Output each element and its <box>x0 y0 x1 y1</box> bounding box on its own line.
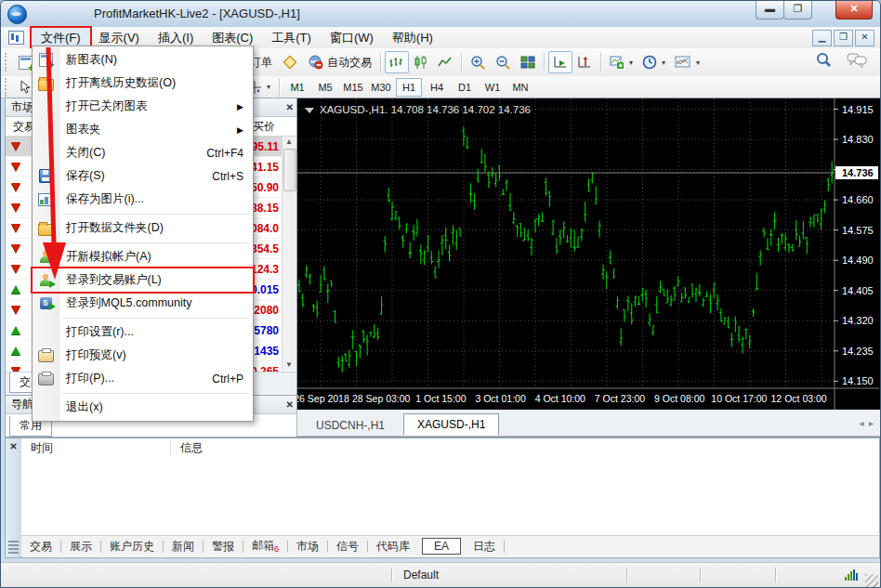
zoom-out-button[interactable] <box>491 51 516 73</box>
menu-item-label: 打印设置(r)... <box>66 324 134 340</box>
bar-chart-button[interactable] <box>385 51 409 73</box>
terminal-tab-9[interactable]: 代码库 <box>368 538 418 555</box>
terminal-tab-10[interactable]: EA <box>422 538 461 555</box>
status-bar: Default <box>1 562 880 587</box>
file-menu-item-2[interactable]: 打开离线历史数据(O) <box>33 72 253 95</box>
menu-item-5[interactable]: 工具(T) <box>262 28 321 48</box>
market-watch-scrollbar[interactable]: ▲ ▼ <box>282 137 296 371</box>
bar-chart-icon <box>389 55 404 70</box>
cursor-arrow-icon <box>19 80 32 94</box>
svg-text:4 Oct 10:00: 4 Oct 10:00 <box>535 393 585 404</box>
chart-shift-button[interactable] <box>572 51 597 73</box>
terminal-tab-8[interactable]: 信号 <box>328 538 367 555</box>
timeframe-d1[interactable]: D1 <box>452 78 478 97</box>
terminal-tab-2[interactable]: 展示 <box>61 538 100 555</box>
menu-item-7[interactable]: 帮助(H) <box>383 28 442 48</box>
toolbar-grip[interactable] <box>5 78 10 97</box>
file-menu-item-5[interactable]: 关闭(C)Ctrl+F4 <box>33 141 253 164</box>
file-menu-item-1[interactable]: +新图表(N) <box>33 48 253 72</box>
timeframe-h1[interactable]: H1 <box>396 78 422 97</box>
file-menu-item-19[interactable]: 退出(x) <box>33 396 253 419</box>
timeframe-w1[interactable]: W1 <box>480 78 506 97</box>
terminal-tab-11[interactable]: 日志 <box>465 538 504 555</box>
scroll-up-icon[interactable]: ▲ <box>283 137 295 148</box>
clock-icon <box>642 55 657 70</box>
file-menu-item-15[interactable]: 打印设置(r)... <box>33 320 253 344</box>
terminal-tab-6[interactable]: 邮箱6 <box>243 537 287 555</box>
auto-scroll-button[interactable] <box>548 51 572 73</box>
search-button[interactable] <box>815 52 832 72</box>
tick-down-icon <box>11 244 20 253</box>
terminal-close-icon[interactable]: ✕ <box>6 441 21 451</box>
scroll-down-icon[interactable]: ▼ <box>283 359 295 371</box>
terminal-tab-7[interactable]: 市场 <box>288 538 327 555</box>
history-center-button[interactable] <box>277 51 303 73</box>
file-menu-item-3[interactable]: 打开已关闭图表▶ <box>33 95 253 118</box>
file-menu-item-13[interactable]: 5登录到MQL5.community <box>33 292 253 315</box>
auto-scroll-icon <box>553 55 568 70</box>
chart-window-icon[interactable] <box>8 31 24 45</box>
menu-item-6[interactable]: 窗口(W) <box>321 28 383 48</box>
toolbar-grip[interactable] <box>5 53 10 72</box>
chart-tab-2[interactable]: XAGUSD-,H1 <box>403 413 499 436</box>
menu-item-label: 新图表(N) <box>66 52 117 68</box>
restore-button[interactable]: ❐ <box>783 1 812 20</box>
terminal-grip-icon[interactable] <box>8 541 19 554</box>
mdi-restore-button[interactable]: ❐ <box>834 30 853 46</box>
periods-button[interactable]: ▾ <box>638 51 670 73</box>
chart-tab-1[interactable]: USDCNH-,H1 <box>303 415 398 436</box>
terminal-tab-3[interactable]: 账户历史 <box>101 538 163 555</box>
line-chart-button[interactable] <box>433 51 457 73</box>
file-menu-item-4[interactable]: 图表夹▶ <box>33 118 253 141</box>
file-menu-item-6[interactable]: 保存(S)Ctrl+S <box>33 164 253 188</box>
timeframe-m15[interactable]: M15 <box>340 78 366 97</box>
terminal-tab-bar: 交易展示账户历史新闻警报邮箱6市场信号代码库EA日志 <box>21 535 879 556</box>
timeframe-m5[interactable]: M5 <box>312 78 338 97</box>
mail-badge: 6 <box>274 545 279 555</box>
timeframe-h4[interactable]: H4 <box>424 78 450 97</box>
autotrading-button[interactable]: 自动交易 <box>303 51 376 73</box>
terminal-side-strip: ✕ <box>6 438 22 557</box>
tile-windows-button[interactable] <box>516 51 540 73</box>
zoom-in-button[interactable] <box>466 51 491 73</box>
terminal-column-header[interactable]: 时间 信息 <box>21 438 879 459</box>
price-chart[interactable]: 14.91514.83014.74514.66014.57514.49014.4… <box>297 98 879 435</box>
terminal-tab-5[interactable]: 警报 <box>204 538 243 555</box>
terminal-tab-4[interactable]: 新闻 <box>164 538 203 555</box>
terminal-tab-1[interactable]: 交易 <box>21 538 60 555</box>
terminal-content[interactable] <box>21 458 879 536</box>
menu-item-label: 登录到交易账户(L) <box>66 272 162 288</box>
resize-grip[interactable] <box>865 574 878 587</box>
candlestick-button[interactable] <box>409 51 433 73</box>
zoom-in-icon <box>470 55 486 70</box>
file-menu-item-12[interactable]: 登录到交易账户(L) <box>33 268 253 292</box>
mdi-minimize-button[interactable]: ▁ <box>812 30 832 46</box>
market-watch-close-icon[interactable]: ✕ <box>286 103 294 112</box>
timeframe-m30[interactable]: M30 <box>368 78 394 97</box>
timeframe-m1[interactable]: M1 <box>284 78 310 97</box>
indicators-button[interactable]: ▾ <box>605 51 638 73</box>
file-menu-item-11[interactable]: 开新模拟帐户(A) <box>33 245 253 268</box>
title-bar[interactable]: ProfitMarketHK-Live2 - [XAGUSD-,H1] ▬ ❐ … <box>1 1 880 28</box>
submenu-arrow-icon: ▶ <box>237 125 243 135</box>
templates-button[interactable]: ▾ <box>670 51 704 73</box>
navigator-close-icon[interactable]: ✕ <box>286 400 294 410</box>
chat-button[interactable] <box>847 53 867 72</box>
chart-tab-scroll-icons[interactable]: ◂ ▸ <box>859 418 874 428</box>
mdi-close-button[interactable]: ✕ <box>855 30 874 46</box>
svg-text:14.320: 14.320 <box>842 315 874 326</box>
file-menu-item-7[interactable]: 保存为图片(i)... <box>33 188 253 211</box>
file-menu-item-9[interactable]: 打开数据文件夹(D) <box>33 216 253 240</box>
scrollbar-thumb[interactable] <box>283 149 296 191</box>
minimize-button[interactable]: ▬ <box>756 1 784 20</box>
save-picture-icon <box>33 193 59 206</box>
status-profile[interactable]: Default <box>392 568 626 581</box>
file-menu-item-16[interactable]: 打印预览(v) <box>33 344 253 367</box>
chart-window[interactable]: 14.91514.83014.74514.66014.57514.49014.4… <box>296 98 881 438</box>
menu-item-label: 关闭(C) <box>66 145 105 161</box>
close-button[interactable]: ✕ <box>835 1 873 20</box>
timeframe-mn[interactable]: MN <box>507 78 533 97</box>
menu-separator <box>62 242 249 243</box>
tick-down-icon <box>11 306 20 314</box>
file-menu-item-17[interactable]: 打印(P)...Ctrl+P <box>33 367 253 390</box>
